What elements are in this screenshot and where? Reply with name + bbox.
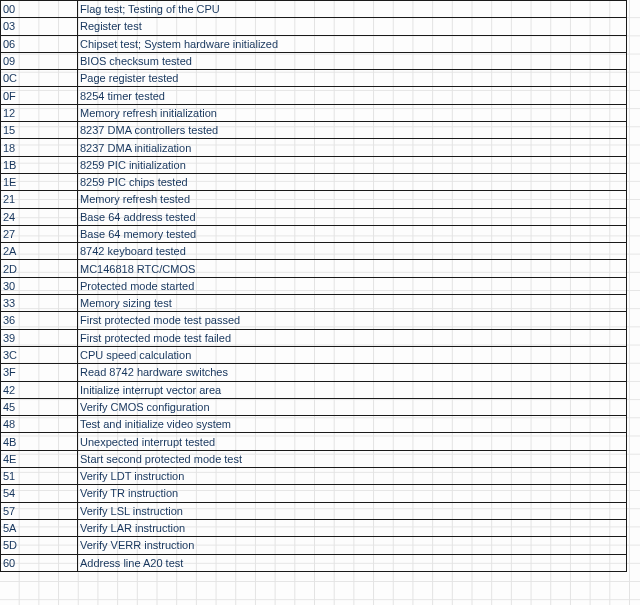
table-row: 30Protected mode started xyxy=(1,277,627,294)
code-cell[interactable]: 2D xyxy=(1,260,78,277)
description-cell[interactable]: 8254 timer tested xyxy=(78,87,627,104)
description-cell[interactable]: BIOS checksum tested xyxy=(78,52,627,69)
code-cell[interactable]: 18 xyxy=(1,139,78,156)
table-row: 2A8742 keyboard tested xyxy=(1,243,627,260)
code-cell[interactable]: 5A xyxy=(1,519,78,536)
table-row: 1E8259 PIC chips tested xyxy=(1,173,627,190)
code-cell[interactable]: 1E xyxy=(1,173,78,190)
table-row: 0CPage register tested xyxy=(1,70,627,87)
table-row: 03Register test xyxy=(1,18,627,35)
description-cell[interactable]: 8259 PIC chips tested xyxy=(78,173,627,190)
description-cell[interactable]: Flag test; Testing of the CPU xyxy=(78,1,627,18)
description-cell[interactable]: Verify VERR instruction xyxy=(78,537,627,554)
table-row: 42Initialize interrupt vector area xyxy=(1,381,627,398)
code-cell[interactable]: 54 xyxy=(1,485,78,502)
table-row: 48Test and initialize video system xyxy=(1,416,627,433)
code-cell[interactable]: 2A xyxy=(1,243,78,260)
description-cell[interactable]: Base 64 memory tested xyxy=(78,225,627,242)
table-row: 4EStart second protected mode test xyxy=(1,450,627,467)
code-cell[interactable]: 45 xyxy=(1,398,78,415)
code-cell[interactable]: 4E xyxy=(1,450,78,467)
table-row: 45Verify CMOS configuration xyxy=(1,398,627,415)
description-cell[interactable]: 8742 keyboard tested xyxy=(78,243,627,260)
description-cell[interactable]: Verify LDT instruction xyxy=(78,468,627,485)
description-cell[interactable]: Verify LSL instruction xyxy=(78,502,627,519)
description-cell[interactable]: Memory sizing test xyxy=(78,295,627,312)
table-row: 54Verify TR instruction xyxy=(1,485,627,502)
description-cell[interactable]: Read 8742 hardware switches xyxy=(78,364,627,381)
code-cell[interactable]: 09 xyxy=(1,52,78,69)
table-row: 36First protected mode test passed xyxy=(1,312,627,329)
table-row: 39First protected mode test failed xyxy=(1,329,627,346)
code-cell[interactable]: 0F xyxy=(1,87,78,104)
description-cell[interactable]: Chipset test; System hardware initialize… xyxy=(78,35,627,52)
code-cell[interactable]: 33 xyxy=(1,295,78,312)
description-cell[interactable]: Unexpected interrupt tested xyxy=(78,433,627,450)
description-cell[interactable]: Initialize interrupt vector area xyxy=(78,381,627,398)
description-cell[interactable]: 8259 PIC initialization xyxy=(78,156,627,173)
description-cell[interactable]: 8237 DMA controllers tested xyxy=(78,122,627,139)
description-cell[interactable]: Start second protected mode test xyxy=(78,450,627,467)
description-cell[interactable]: Protected mode started xyxy=(78,277,627,294)
description-cell[interactable]: Verify CMOS configuration xyxy=(78,398,627,415)
code-cell[interactable]: 3C xyxy=(1,346,78,363)
code-cell[interactable]: 06 xyxy=(1,35,78,52)
code-cell[interactable]: 30 xyxy=(1,277,78,294)
description-cell[interactable]: CPU speed calculation xyxy=(78,346,627,363)
description-cell[interactable]: Memory refresh initialization xyxy=(78,104,627,121)
table-row: 3FRead 8742 hardware switches xyxy=(1,364,627,381)
description-cell[interactable]: 8237 DMA initialization xyxy=(78,139,627,156)
table-row: 0F8254 timer tested xyxy=(1,87,627,104)
table-row: 21Memory refresh tested xyxy=(1,191,627,208)
code-cell[interactable]: 36 xyxy=(1,312,78,329)
table-row: 51Verify LDT instruction xyxy=(1,468,627,485)
table-row: 2DMC146818 RTC/CMOS xyxy=(1,260,627,277)
table-row: 5AVerify LAR instruction xyxy=(1,519,627,536)
table-row: 5DVerify VERR instruction xyxy=(1,537,627,554)
code-cell[interactable]: 21 xyxy=(1,191,78,208)
code-cell[interactable]: 0C xyxy=(1,70,78,87)
description-cell[interactable]: Test and initialize video system xyxy=(78,416,627,433)
table-row: 188237 DMA initialization xyxy=(1,139,627,156)
code-cell[interactable]: 27 xyxy=(1,225,78,242)
code-cell[interactable]: 4B xyxy=(1,433,78,450)
code-cell[interactable]: 42 xyxy=(1,381,78,398)
table-row: 60Address line A20 test xyxy=(1,554,627,571)
code-cell[interactable]: 39 xyxy=(1,329,78,346)
code-cell[interactable]: 3F xyxy=(1,364,78,381)
table-row: 06Chipset test; System hardware initiali… xyxy=(1,35,627,52)
table-row: 12Memory refresh initialization xyxy=(1,104,627,121)
table-row: 33Memory sizing test xyxy=(1,295,627,312)
code-cell[interactable]: 48 xyxy=(1,416,78,433)
description-cell[interactable]: Verify TR instruction xyxy=(78,485,627,502)
code-cell[interactable]: 00 xyxy=(1,1,78,18)
description-cell[interactable]: First protected mode test passed xyxy=(78,312,627,329)
post-codes-table: 00Flag test; Testing of the CPU03Registe… xyxy=(0,0,627,572)
table-row: 57Verify LSL instruction xyxy=(1,502,627,519)
code-cell[interactable]: 03 xyxy=(1,18,78,35)
table-row: 09BIOS checksum tested xyxy=(1,52,627,69)
description-cell[interactable]: Base 64 address tested xyxy=(78,208,627,225)
description-cell[interactable]: Address line A20 test xyxy=(78,554,627,571)
description-cell[interactable]: Page register tested xyxy=(78,70,627,87)
table-row: 158237 DMA controllers tested xyxy=(1,122,627,139)
description-cell[interactable]: Memory refresh tested xyxy=(78,191,627,208)
code-cell[interactable]: 5D xyxy=(1,537,78,554)
description-cell[interactable]: First protected mode test failed xyxy=(78,329,627,346)
code-cell[interactable]: 51 xyxy=(1,468,78,485)
table-row: 24Base 64 address tested xyxy=(1,208,627,225)
description-cell[interactable]: Verify LAR instruction xyxy=(78,519,627,536)
description-cell[interactable]: Register test xyxy=(78,18,627,35)
table-row: 27Base 64 memory tested xyxy=(1,225,627,242)
code-cell[interactable]: 1B xyxy=(1,156,78,173)
spreadsheet-area: 00Flag test; Testing of the CPU03Registe… xyxy=(0,0,640,605)
description-cell[interactable]: MC146818 RTC/CMOS xyxy=(78,260,627,277)
code-cell[interactable]: 15 xyxy=(1,122,78,139)
table-row: 1B8259 PIC initialization xyxy=(1,156,627,173)
table-row: 00Flag test; Testing of the CPU xyxy=(1,1,627,18)
code-cell[interactable]: 24 xyxy=(1,208,78,225)
code-cell[interactable]: 60 xyxy=(1,554,78,571)
code-cell[interactable]: 12 xyxy=(1,104,78,121)
table-row: 3CCPU speed calculation xyxy=(1,346,627,363)
code-cell[interactable]: 57 xyxy=(1,502,78,519)
